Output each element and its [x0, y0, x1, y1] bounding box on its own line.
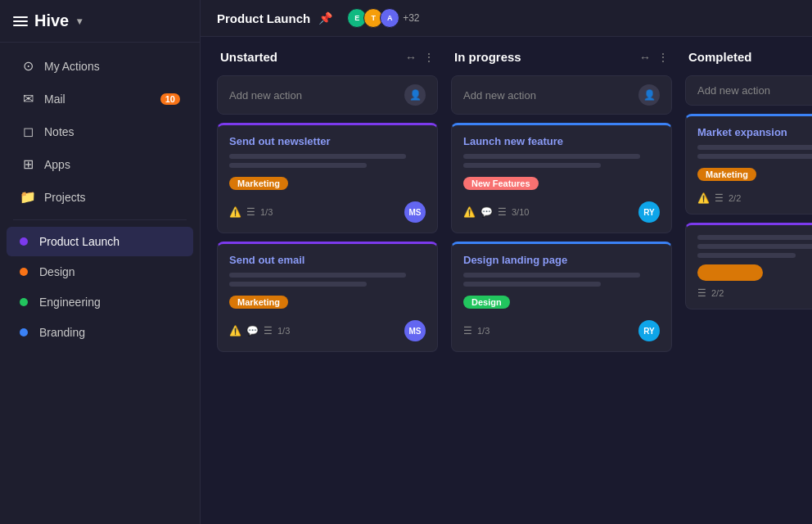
project-color-dot: [20, 328, 28, 337]
card-meta: ⚠️ 💬 ☰ 3/10: [463, 206, 529, 218]
column-in-progress: In progress ↔ ⋮ Add new action 👤 Launch …: [451, 50, 672, 352]
my-actions-icon: ⊙: [20, 58, 36, 74]
sidebar-item-design[interactable]: Design: [7, 257, 193, 287]
warning-icon: ⚠️: [463, 206, 476, 218]
board-area: Unstarted ↔ ⋮ Add new action 👤 Send out …: [201, 37, 812, 524]
hamburger-icon[interactable]: [13, 16, 28, 26]
card-line: [463, 163, 601, 168]
sidebar-item-label: Projects: [44, 191, 86, 204]
resize-icon[interactable]: ↔: [639, 51, 651, 64]
add-action-bar-unstarted[interactable]: Add new action 👤: [217, 75, 438, 115]
avatar-a: A: [380, 8, 399, 28]
card-tag[interactable]: Marketing: [229, 296, 288, 309]
card-line: [229, 154, 406, 159]
more-icon[interactable]: ⋮: [657, 51, 669, 64]
comment-icon: 💬: [246, 325, 259, 337]
checklist-count: 1/3: [260, 207, 273, 217]
more-icon[interactable]: ⋮: [423, 51, 435, 64]
checklist-icon: ☰: [498, 206, 507, 218]
card-line: [697, 244, 812, 249]
checklist-count: 2/2: [729, 193, 741, 203]
card-title: Market expansion: [697, 126, 812, 138]
card-title: Send out email: [229, 254, 426, 266]
avatar-count: +32: [403, 12, 419, 24]
card-send-email[interactable]: Send out email Marketing ⚠️ 💬 ☰ 1/3 MS: [217, 242, 438, 352]
card-market-expansion[interactable]: Market expansion Marketing ⚠️ ☰ 2/2: [685, 114, 812, 215]
pin-icon[interactable]: 📌: [318, 11, 332, 25]
warning-icon: ⚠️: [229, 206, 241, 218]
card-design-landing[interactable]: Design landing page Design ☰ 1/3 RY: [451, 242, 672, 352]
checklist-count: 1/3: [477, 326, 489, 336]
card-line: [697, 235, 812, 240]
column-completed: Completed Add new action Market expansio…: [685, 50, 812, 309]
column-header-unstarted: Unstarted ↔ ⋮: [217, 50, 438, 67]
sidebar-item-label: Mail: [44, 93, 65, 106]
chevron-down-icon[interactable]: ▾: [77, 16, 82, 27]
sidebar-item-my-actions[interactable]: ⊙ My Actions: [7, 50, 193, 82]
card-send-newsletter[interactable]: Send out newsletter Marketing ⚠️ ☰ 1/3 M…: [217, 123, 438, 233]
avatar-group: E T A +32: [347, 8, 419, 28]
sidebar-nav: ⊙ My Actions ✉ Mail 10 ◻ Notes ⊞ Apps 📁 …: [0, 43, 200, 524]
warning-icon: ⚠️: [229, 325, 241, 337]
sidebar-item-apps[interactable]: ⊞ Apps: [7, 148, 193, 180]
card-line: [229, 163, 367, 168]
avatar: RY: [638, 320, 660, 341]
checklist-count: 1/3: [277, 326, 290, 336]
mail-badge: 10: [160, 93, 180, 105]
card-line: [229, 282, 367, 287]
sidebar-item-notes[interactable]: ◻ Notes: [7, 115, 193, 147]
add-action-bar-in-progress[interactable]: Add new action 👤: [451, 75, 672, 115]
sidebar-item-projects[interactable]: 📁 Projects: [7, 181, 193, 213]
card-tag[interactable]: Marketing: [229, 177, 288, 190]
sidebar-item-product-launch[interactable]: Product Launch: [7, 227, 193, 256]
apps-icon: ⊞: [20, 156, 36, 172]
projects-icon: 📁: [20, 189, 36, 205]
avatar: MS: [404, 320, 426, 341]
add-action-label: Add new action: [229, 89, 302, 102]
column-header-completed: Completed: [685, 50, 812, 67]
card-title: Launch new feature: [463, 135, 660, 147]
sidebar-item-label: Notes: [44, 125, 74, 138]
sidebar-item-label: My Actions: [44, 60, 100, 73]
card-launch-feature[interactable]: Launch new feature New Features ⚠️ 💬 ☰ 3…: [451, 123, 672, 233]
notes-icon: ◻: [20, 124, 36, 139]
sidebar-item-branding[interactable]: Branding: [7, 318, 193, 347]
card-meta: ⚠️ ☰ 2/2: [697, 192, 741, 204]
card-title: Send out newsletter: [229, 135, 426, 147]
avatar: RY: [638, 201, 660, 223]
card-partial[interactable]: ☰ 2/2: [685, 223, 812, 309]
app-header[interactable]: Hive ▾: [0, 0, 200, 43]
card-tag-yellow: [697, 264, 763, 281]
column-title: Completed: [688, 50, 752, 64]
topbar: Product Launch 📌 E T A +32: [201, 0, 812, 37]
card-footer: ⚠️ 💬 ☰ 1/3 MS: [229, 320, 426, 341]
sidebar-item-engineering[interactable]: Engineering: [7, 287, 193, 317]
card-line: [463, 282, 601, 287]
column-actions: ↔ ⋮: [405, 51, 435, 64]
mail-icon: ✉: [20, 91, 36, 106]
sidebar: Hive ▾ ⊙ My Actions ✉ Mail 10 ◻ Notes ⊞ …: [0, 0, 201, 524]
sidebar-item-label: Apps: [44, 158, 70, 171]
avatar: MS: [404, 201, 426, 223]
card-footer: ⚠️ 💬 ☰ 3/10 RY: [463, 201, 660, 223]
checklist-count: 3/10: [512, 207, 529, 217]
warning-icon: ⚠️: [697, 192, 710, 204]
card-footer: ☰ 2/2: [697, 287, 812, 299]
add-action-bar-completed[interactable]: Add new action: [685, 75, 812, 106]
card-tag[interactable]: Design: [463, 296, 510, 309]
comment-icon: 💬: [480, 206, 493, 218]
card-meta: ⚠️ 💬 ☰ 1/3: [229, 325, 290, 337]
card-line: [697, 154, 812, 159]
sidebar-item-label: Branding: [39, 326, 85, 339]
user-avatar-placeholder: 👤: [638, 84, 660, 106]
add-action-label: Add new action: [463, 89, 536, 102]
user-avatar-placeholder: 👤: [404, 84, 426, 106]
checklist-icon: ☰: [715, 192, 724, 204]
card-tag[interactable]: New Features: [463, 177, 539, 190]
add-action-label: Add new action: [697, 84, 770, 97]
sidebar-item-mail[interactable]: ✉ Mail 10: [7, 83, 193, 115]
resize-icon[interactable]: ↔: [405, 51, 417, 64]
card-line: [229, 273, 406, 278]
card-meta: ☰ 2/2: [697, 287, 724, 299]
card-tag[interactable]: Marketing: [697, 168, 756, 181]
